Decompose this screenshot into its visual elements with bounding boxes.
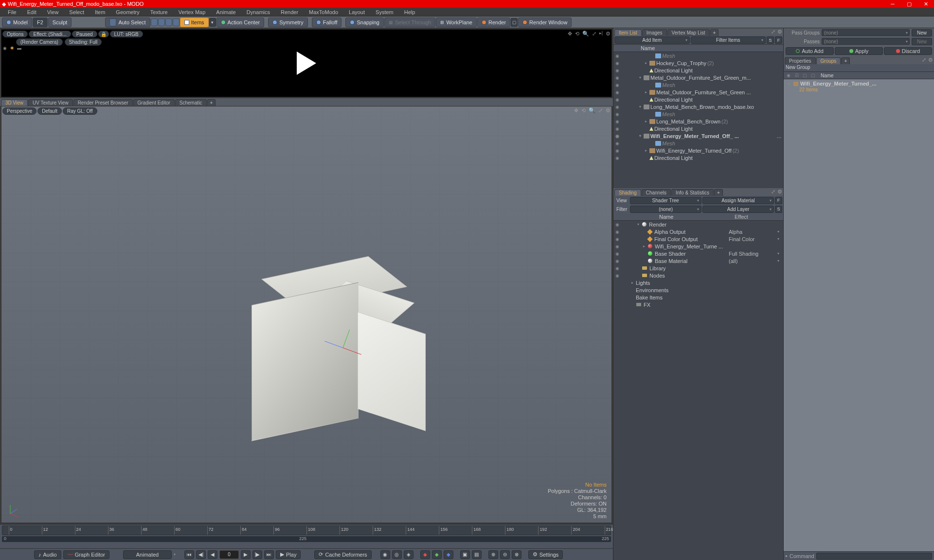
preview-camera-button[interactable]: (Render Camera) [16, 38, 63, 46]
vertices-mode-button[interactable] [151, 18, 158, 26]
shader-tree-row[interactable]: ◉Nodes [613, 272, 783, 279]
tab-groups[interactable]: Groups [816, 57, 841, 64]
vp-rotate-icon[interactable]: ⟲ [581, 107, 586, 114]
tab-item-list[interactable]: Item List [614, 29, 642, 36]
key-button-3[interactable]: ◈ [404, 550, 413, 559]
options-icon[interactable]: ▸| [599, 31, 603, 37]
filter-items-dropdown[interactable]: Filter Items [691, 36, 766, 44]
new-group-bar[interactable]: New Group [784, 64, 934, 72]
visibility-toggle[interactable]: ◉ [613, 141, 621, 146]
g-box1-icon[interactable]: ▢ [801, 73, 808, 78]
menu-vertex-map[interactable]: Vertex Map [174, 8, 211, 16]
sculpt-mode-button[interactable]: Sculpt [48, 18, 72, 27]
workplane-button[interactable]: ⊞WorkPlane [436, 18, 477, 27]
item-tree-row[interactable]: ◉Directional Light [613, 96, 783, 103]
key-button-2[interactable]: ◎ [392, 550, 402, 559]
item-tree-row[interactable]: ◉Directional Light [613, 67, 783, 74]
shader-tree-row[interactable]: Environments [613, 286, 783, 294]
expand-icon[interactable]: ⤢ [592, 31, 596, 37]
move-icon[interactable]: ✥ [568, 31, 572, 37]
key-button-6[interactable]: ◆ [444, 550, 453, 559]
visibility-toggle[interactable]: ◉ [613, 134, 621, 139]
goto-start-button[interactable]: ⏮ [184, 550, 194, 559]
panel-gear-icon[interactable]: ⚙ [777, 29, 782, 35]
item-tree-row[interactable]: ◉Mesh [613, 52, 783, 59]
render-button[interactable]: Render [477, 18, 510, 27]
item-tree-row[interactable]: ◉Mesh [613, 110, 783, 118]
viewport-3d[interactable]: Perspective Default Ray GL: Off ✥ ⟲ 🔍 ⤢ … [1, 106, 612, 523]
shader-tree-row[interactable]: FX [613, 301, 783, 308]
falloff-button[interactable]: Falloff [312, 18, 342, 27]
gear-icon[interactable]: ⚙ [606, 31, 611, 37]
next-key-button[interactable]: ▶ [241, 550, 251, 559]
shading-f-button[interactable]: F [775, 197, 782, 204]
select-through-button[interactable]: ▦Select Through [384, 18, 435, 27]
axis-widget[interactable] [6, 503, 21, 518]
pg-tab-add[interactable]: + [841, 57, 850, 64]
menu-view[interactable]: View [42, 8, 64, 16]
preview-lut-button[interactable]: LUT: sRGB [110, 31, 143, 37]
current-frame-field[interactable] [219, 550, 239, 559]
viewport-perspective-button[interactable]: Perspective [2, 107, 36, 115]
auto-add-button[interactable]: Auto Add [786, 47, 834, 55]
shader-tree-row[interactable]: ◉Library [613, 264, 783, 272]
menu-animate[interactable]: Animate [211, 8, 240, 16]
snapping-button[interactable]: Snapping [345, 18, 384, 27]
items-dropdown-button[interactable]: ▾ [209, 18, 216, 27]
panel-expand-icon[interactable]: ⤢ [771, 29, 775, 35]
render-dropdown-button[interactable]: ▢ [511, 18, 518, 27]
key-button-9[interactable]: ⊕ [488, 550, 498, 559]
tab-render-preset-browser[interactable]: Render Preset Browser [73, 99, 133, 106]
visibility-toggle[interactable]: ◉ [613, 229, 621, 234]
tab-3d-view[interactable]: 3D View [1, 99, 28, 106]
close-button[interactable]: ✕ [917, 0, 934, 8]
passes-dropdown[interactable]: (none) [822, 38, 910, 45]
zoom-icon[interactable]: 🔍 [582, 31, 589, 37]
tab-gradient-editor[interactable]: Gradient Editor [133, 99, 175, 106]
tab-add-button[interactable]: + [207, 99, 216, 106]
menu-dynamics[interactable]: Dynamics [242, 8, 275, 16]
auto-select-button[interactable]: Auto Select [105, 18, 150, 27]
goto-end-button[interactable]: ⏭ [264, 550, 274, 559]
apply-button[interactable]: Apply [835, 47, 883, 55]
menu-help[interactable]: Help [399, 8, 420, 16]
pg-expand-icon[interactable]: ⤢ [922, 57, 926, 63]
shader-tree-row[interactable]: ◉Final Color OutputFinal Color▾ [613, 235, 783, 243]
shader-tree-row[interactable]: ◉Base ShaderFull Shading▾ [613, 250, 783, 257]
animated-dropdown[interactable]: Animated [123, 550, 172, 559]
key-button-4[interactable]: ◆ [420, 550, 430, 559]
tab-properties[interactable]: Properties [785, 57, 816, 64]
menu-layout[interactable]: Layout [344, 8, 370, 16]
edges-mode-button[interactable] [158, 18, 165, 26]
shading-tab-add[interactable]: + [714, 189, 723, 196]
command-field[interactable] [816, 553, 932, 560]
shading-gear-icon[interactable]: ⚙ [777, 189, 782, 195]
shading-expand-icon[interactable]: ⤢ [771, 189, 775, 195]
visibility-toggle[interactable]: ◉ [613, 83, 621, 88]
visibility-toggle[interactable]: ◉ [613, 244, 621, 249]
step-back-button[interactable]: ◀| [196, 550, 206, 559]
item-tree-row[interactable]: ◉▸Wifi_Energy_Meter_Turned_Off(2) [613, 147, 783, 154]
discard-button[interactable]: Discard [884, 47, 932, 55]
play-button[interactable]: ▶Play [276, 550, 301, 559]
tab-channels[interactable]: Channels [642, 189, 671, 196]
item-tree-row[interactable]: ◉Directional Light [613, 154, 783, 161]
item-tree-row[interactable]: ◉Directional Light [613, 125, 783, 132]
key-button-7[interactable]: ▣ [460, 550, 470, 559]
pass-groups-new-button[interactable]: New [912, 29, 932, 36]
visibility-toggle[interactable]: ◉ [613, 237, 621, 242]
item-tree-row[interactable]: ◉▾Metal_Outdoor_Furniture_Set_Green_m... [613, 74, 783, 81]
preview-effect-button[interactable]: Effect: (Shadi... [29, 31, 71, 37]
key-button-8[interactable]: ▤ [472, 550, 482, 559]
item-tab-add[interactable]: + [710, 29, 719, 36]
model-mode-button[interactable]: Model [2, 18, 32, 27]
lock-header-icon[interactable]: ✱ [8, 46, 16, 51]
group-item-row[interactable]: ▾ Wifi_Energy_Meter_Turned_... [785, 80, 933, 87]
visibility-toggle[interactable]: ◉ [613, 53, 621, 58]
visibility-toggle[interactable]: ◉ [613, 126, 621, 131]
item-tree-row[interactable]: ◉Mesh [613, 140, 783, 147]
visibility-toggle[interactable]: ◉ [613, 75, 621, 80]
menu-item[interactable]: Item [90, 8, 110, 16]
assign-material-dropdown[interactable]: Assign Material [702, 197, 774, 204]
f-button[interactable]: F [775, 36, 782, 44]
